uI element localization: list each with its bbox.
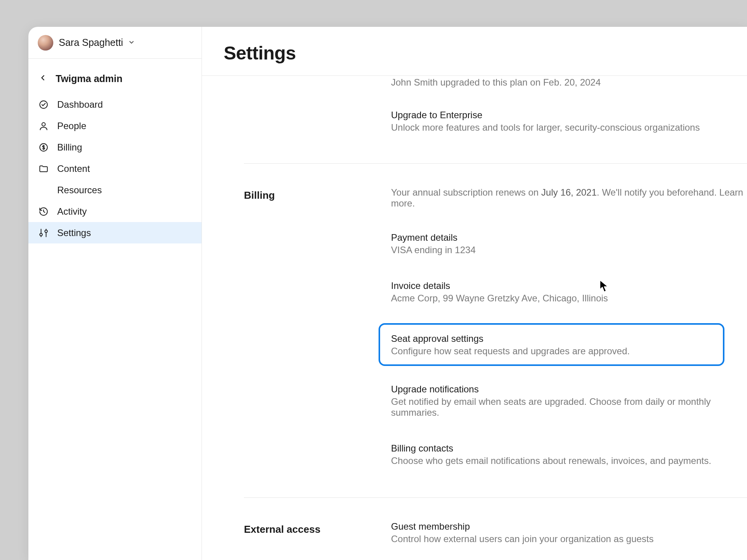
spacer-icon [39, 185, 49, 195]
sidebar: Sara Spaghetti Twigma admin Dashboard [28, 27, 202, 560]
sidebar-item-content[interactable]: Content [28, 158, 202, 179]
billing-item-invoice-details[interactable]: Invoice details Acme Corp, 99 Wayne Gret… [391, 278, 747, 306]
renewal-line: Your annual subscription renews on July … [391, 187, 747, 209]
upgrade-title: Upgrade to Enterprise [391, 110, 747, 121]
history-icon [39, 206, 49, 217]
check-circle-icon [39, 100, 49, 110]
external-item-guest-membership[interactable]: Guest membership Control how external us… [391, 521, 747, 547]
sidebar-item-settings[interactable]: Settings [28, 222, 202, 243]
item-title: Payment details [391, 232, 747, 243]
user-menu[interactable]: Sara Spaghetti [28, 27, 202, 59]
item-desc: Configure how seat requests and upgrades… [391, 346, 712, 357]
item-desc: Get notified by email when seats are upg… [391, 396, 747, 418]
section-label-external: External access [244, 521, 391, 560]
page-title: Settings [224, 42, 725, 64]
billing-item-seat-approval-settings[interactable]: Seat approval settings Configure how sea… [379, 323, 724, 366]
sliders-icon [39, 228, 49, 238]
item-desc: VISA ending in 1234 [391, 245, 747, 256]
item-desc: Acme Corp, 99 Wayne Gretzky Ave, Chicago… [391, 293, 747, 304]
billing-section: Billing Your annual subscription renews … [244, 163, 747, 497]
chevron-down-icon [128, 39, 135, 47]
item-title: Guest membership [391, 521, 747, 532]
avatar [38, 35, 53, 51]
item-title: Invoice details [391, 280, 747, 291]
renewal-date: July 16, 2021 [541, 187, 597, 198]
user-name: Sara Spaghetti [59, 37, 123, 48]
svg-point-1 [42, 122, 46, 126]
sidebar-item-billing[interactable]: Billing [28, 136, 202, 158]
content-scroll[interactable]: John Smith upgraded to this plan on Feb.… [202, 76, 747, 560]
plan-history-line: John Smith upgraded to this plan on Feb.… [391, 77, 747, 88]
item-title: Billing contacts [391, 443, 747, 454]
sidebar-item-label: Billing [57, 142, 82, 153]
section-label-billing: Billing [244, 187, 391, 469]
sidebar-item-label: Settings [57, 228, 91, 238]
sidebar-item-label: Dashboard [57, 99, 103, 110]
plan-section: John Smith upgraded to this plan on Feb.… [244, 76, 747, 133]
sidebar-item-dashboard[interactable]: Dashboard [28, 94, 202, 115]
dollar-circle-icon [39, 142, 49, 152]
sidebar-item-label: People [57, 121, 86, 131]
main: Settings John Smith upgraded to this pla… [202, 27, 747, 560]
item-title: Upgrade notifications [391, 384, 747, 395]
main-header: Settings [202, 27, 747, 76]
admin-back[interactable]: Twigma admin [28, 69, 202, 88]
billing-item-billing-contacts[interactable]: Billing contacts Choose who gets email n… [391, 441, 747, 469]
item-title: Seat approval settings [391, 333, 712, 344]
external-access-section: External access Guest membership Control… [244, 497, 747, 560]
sidebar-item-activity[interactable]: Activity [28, 201, 202, 222]
app-frame: Sara Spaghetti Twigma admin Dashboard [28, 27, 747, 560]
sidebar-item-label: Resources [57, 185, 102, 196]
upgrade-desc: Unlock more features and tools for large… [391, 122, 747, 133]
folder-icon [39, 164, 49, 174]
sidebar-item-label: Activity [57, 206, 87, 217]
sidebar-item-resources[interactable]: Resources [28, 179, 202, 201]
admin-label: Twigma admin [56, 73, 123, 84]
sidebar-nav: Twigma admin Dashboard People [28, 59, 202, 243]
upgrade-to-enterprise[interactable]: Upgrade to Enterprise Unlock more featur… [391, 110, 747, 133]
person-icon [39, 121, 49, 131]
chevron-left-icon [39, 74, 47, 84]
sidebar-item-label: Content [57, 163, 90, 174]
item-desc: Control how external users can join your… [391, 534, 747, 544]
renewal-suffix: . We'll notify you beforehand. [597, 187, 719, 198]
billing-item-payment-details[interactable]: Payment details VISA ending in 1234 [391, 230, 747, 258]
billing-item-upgrade-notifications[interactable]: Upgrade notifications Get notified by em… [391, 382, 747, 420]
renewal-prefix: Your annual subscription renews on [391, 187, 541, 198]
sidebar-item-people[interactable]: People [28, 115, 202, 136]
item-desc: Choose who gets email notifications abou… [391, 455, 747, 466]
